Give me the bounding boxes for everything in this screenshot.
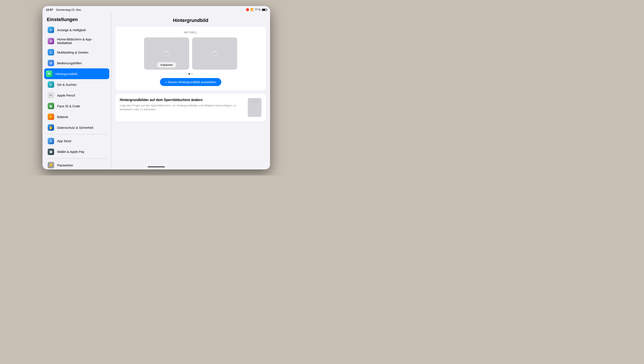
detail-panel: Hintergrundbild AKTUELL Anpassen xyxy=(111,13,270,169)
passwords-label: Passwörter xyxy=(57,163,73,167)
sidebar-item-siri[interactable]: ◎Siri & Suchen xyxy=(44,79,109,90)
sidebar-item-faceid[interactable]: ◉Face ID & Code xyxy=(44,101,109,111)
appstore-label: App Store xyxy=(57,139,72,143)
sidebar-item-wallet[interactable]: ▣Wallet & Apple Pay xyxy=(44,146,109,157)
status-right: 📶 77 % xyxy=(246,8,266,11)
home-bar xyxy=(148,166,165,167)
sidebar-title: Einstellungen xyxy=(42,13,111,25)
wallpaper-label: Hintergrundbild xyxy=(56,72,77,76)
sidebar-item-appstore[interactable]: AApp Store xyxy=(44,136,109,146)
sidebar-item-passwords[interactable]: 🔑Passwörter xyxy=(44,160,109,169)
faceid-label: Face ID & Code xyxy=(57,104,80,108)
sidebar-item-wallpaper[interactable]: ❋Hintergrundbild xyxy=(44,68,109,79)
status-date: Donnerstag 23. Nov. xyxy=(56,8,81,12)
display-icon: ☀ xyxy=(48,27,54,33)
sidebar-item-privacy[interactable]: ✋Datenschutz & Sicherheit xyxy=(44,122,109,133)
aktuell-label: AKTUELL xyxy=(120,31,262,34)
loading-spinner-2 xyxy=(212,51,217,56)
status-bar: 12:57 Donnerstag 23. Nov. 📶 77 % xyxy=(42,6,270,13)
lock-screen-text: Hintergrundbilder auf dem Sperrbildschir… xyxy=(120,98,244,111)
accessibility-label: Bedienungshilfen xyxy=(57,61,82,65)
battery-fill xyxy=(262,9,265,11)
display-label: Anzeige & Helligkeit xyxy=(57,28,86,32)
home-screen-thumb[interactable] xyxy=(192,37,237,70)
anpassen-button[interactable]: Anpassen xyxy=(157,62,176,68)
dot-1 xyxy=(188,73,190,75)
homescreen-icon: ⊞ xyxy=(48,38,54,44)
dots-indicator xyxy=(120,73,262,75)
sidebar-item-display[interactable]: ☀Anzeige & Helligkeit xyxy=(44,25,109,35)
lock-screen-section[interactable]: Hintergrundbilder auf dem Sperrbildschir… xyxy=(116,94,266,121)
loading-spinner xyxy=(164,51,169,56)
battery-label: Batterie xyxy=(57,115,68,119)
homescreen-label: Home-Bildschirm & App-Mediathek xyxy=(57,37,106,45)
accessibility-icon: ⊕ xyxy=(48,60,54,66)
detail-title: Hintergrundbild xyxy=(111,18,270,23)
status-time: 12:57 xyxy=(46,8,53,12)
sidebar-divider xyxy=(46,134,108,134)
lock-screen-preview: 9:41 xyxy=(248,98,262,117)
siri-icon: ◎ xyxy=(48,81,54,88)
wallet-icon: ▣ xyxy=(48,148,54,155)
new-wallpaper-button[interactable]: + Neues Hintergrundbild auswählen xyxy=(160,78,221,86)
privacy-label: Datenschutz & Sicherheit xyxy=(57,126,93,129)
pencil-icon: ✏ xyxy=(48,92,54,98)
sidebar-item-multitasking[interactable]: ⊡Multitasking & Gesten xyxy=(44,47,109,58)
siri-label: Siri & Suchen xyxy=(57,83,77,86)
lock-screen-section-title: Hintergrundbilder auf dem Sperrbildschir… xyxy=(120,98,244,102)
detail-header: Hintergrundbild xyxy=(111,13,270,27)
battery-percent: 77 % xyxy=(255,8,260,11)
lock-screen-description: Lege den Finger auf den Sperrbildschirm,… xyxy=(120,104,244,111)
ipad-frame: 12:57 Donnerstag 23. Nov. 📶 77 % Einstel… xyxy=(42,6,270,169)
sidebar-items-container: ☀Anzeige & Helligkeit⊞Home-Bildschirm & … xyxy=(42,25,111,169)
wallpaper-icon: ❋ xyxy=(46,71,52,77)
multitasking-icon: ⊡ xyxy=(48,49,54,56)
pencil-label: Apple Pencil xyxy=(57,94,75,97)
dot-2 xyxy=(191,73,193,75)
wallpaper-section: AKTUELL Anpassen + Neues Hintergrundbild… xyxy=(116,27,266,90)
sidebar-item-accessibility[interactable]: ⊕Bedienungshilfen xyxy=(44,58,109,68)
sidebar-item-battery[interactable]: ⚡Batterie xyxy=(44,111,109,122)
multitasking-label: Multitasking & Gesten xyxy=(57,51,88,54)
passwords-icon: 🔑 xyxy=(48,162,54,168)
privacy-icon: ✋ xyxy=(48,124,54,131)
sidebar: Einstellungen ☀Anzeige & Helligkeit⊞Home… xyxy=(42,13,111,169)
record-indicator xyxy=(246,8,249,11)
appstore-icon: A xyxy=(48,138,54,144)
lock-screen-time: 9:41 xyxy=(252,100,258,103)
battery-icon: ⚡ xyxy=(48,113,54,120)
sidebar-item-homescreen[interactable]: ⊞Home-Bildschirm & App-Mediathek xyxy=(44,35,109,47)
battery-icon xyxy=(262,9,266,11)
lock-screen-thumb[interactable]: Anpassen xyxy=(144,37,189,70)
faceid-icon: ◉ xyxy=(48,103,54,109)
wallet-label: Wallet & Apple Pay xyxy=(57,150,84,153)
wallpaper-previews: Anpassen xyxy=(120,37,262,70)
main-content: Einstellungen ☀Anzeige & Helligkeit⊞Home… xyxy=(42,13,270,169)
sidebar-item-pencil[interactable]: ✏Apple Pencil xyxy=(44,90,109,101)
wifi-icon: 📶 xyxy=(250,8,254,11)
status-left: 12:57 Donnerstag 23. Nov. xyxy=(46,8,82,12)
sidebar-divider xyxy=(46,158,108,159)
